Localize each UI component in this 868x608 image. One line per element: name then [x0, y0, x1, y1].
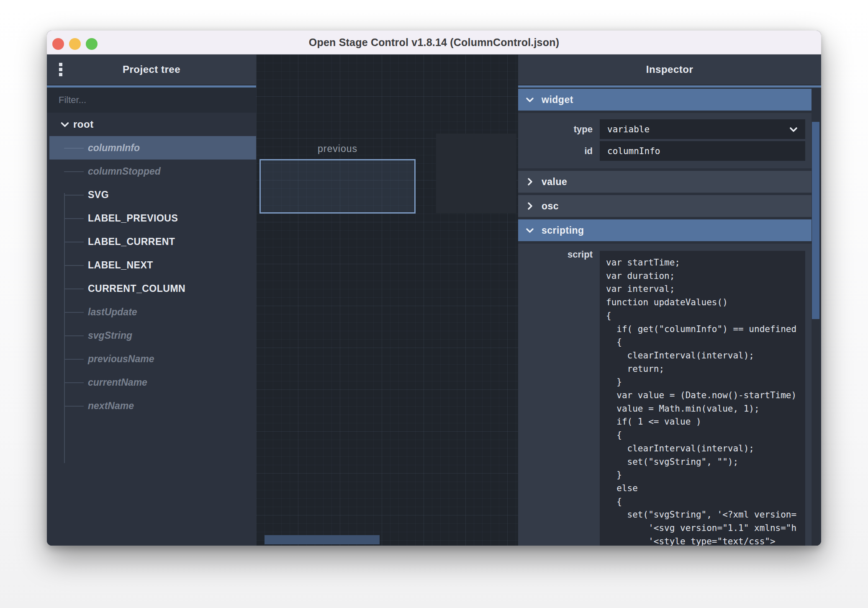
tree-item-label: SVG — [88, 189, 109, 201]
title-bar: Open Stage Control v1.8.14 (ColumnContro… — [47, 31, 821, 54]
tree-branch-line — [64, 289, 84, 289]
tree-branch-line — [64, 406, 84, 407]
id-field-row: id columnInfo — [518, 141, 812, 161]
type-select[interactable]: variable — [600, 119, 805, 139]
chevron-down-icon[interactable] — [59, 119, 70, 130]
tree-item-svgString[interactable]: svgString — [47, 324, 256, 347]
tree-item-label: LABEL_PREVIOUS — [88, 213, 178, 224]
type-field-row: type variable — [518, 119, 812, 139]
svg-widget-placeholder[interactable] — [436, 134, 516, 213]
inspector-scrollbar-track[interactable] — [812, 122, 819, 546]
tree-item-LABEL_CURRENT[interactable]: LABEL_CURRENT — [47, 230, 256, 253]
script-code: var startTime; var duration; var interva… — [606, 256, 805, 546]
tree-item-label: CURRENT_COLUMN — [88, 283, 185, 294]
project-tree-panel: Project tree root columnInfo — [47, 54, 256, 546]
type-value: variable — [607, 124, 650, 134]
tree-item-lastUpdate[interactable]: lastUpdate — [47, 300, 256, 324]
tree-item-label: columnInfo — [88, 142, 140, 154]
inspector-header: Inspector — [518, 54, 821, 85]
tree-item-label: previousName — [88, 353, 154, 365]
tree-item-label: svgString — [88, 330, 132, 341]
chevron-right-icon — [525, 201, 535, 211]
tree-branch-line — [64, 359, 84, 360]
selected-variable-widget[interactable] — [259, 159, 416, 214]
tree-item-label: currentName — [88, 377, 147, 388]
id-label: id — [518, 146, 593, 157]
type-label: type — [518, 124, 593, 135]
chevron-down-icon — [525, 95, 535, 105]
section-header-scripting[interactable]: scripting — [518, 219, 812, 241]
chevron-down-icon — [788, 124, 799, 134]
tree-item-label: nextName — [88, 400, 134, 412]
tree-item-currentName[interactable]: currentName — [47, 371, 256, 394]
app-window: Open Stage Control v1.8.14 (ColumnContro… — [47, 31, 821, 546]
tree-item-label: lastUpdate — [88, 307, 137, 318]
section-label: scripting — [542, 225, 584, 236]
tree-branch-line — [64, 171, 84, 172]
zoom-window-button[interactable] — [86, 38, 98, 50]
widget-label-previous: previous — [259, 143, 416, 157]
tree-branch-line — [64, 312, 84, 313]
tree-item-label: root — [73, 119, 94, 130]
tree-filter-row — [47, 88, 256, 113]
section-header-osc[interactable]: osc — [518, 195, 812, 217]
tree-branch-line — [64, 382, 84, 383]
inspector-header-underline — [518, 85, 821, 88]
id-input[interactable]: columnInfo — [600, 141, 805, 161]
project-tree-title: Project tree — [123, 64, 180, 75]
tree-item-label: columnStopped — [88, 166, 161, 177]
section-label: osc — [542, 201, 559, 212]
editor-canvas[interactable]: previous — [256, 54, 518, 546]
minimize-window-button[interactable] — [69, 38, 81, 50]
tree-branch-line — [64, 218, 84, 219]
window-title: Open Stage Control v1.8.14 (ColumnContro… — [309, 36, 559, 49]
tree-item-LABEL_NEXT[interactable]: LABEL_NEXT — [47, 253, 256, 277]
section-header-widget[interactable]: widget — [518, 89, 812, 111]
section-label: value — [542, 176, 567, 188]
section-label: widget — [542, 94, 573, 106]
tree-item-root[interactable]: root — [47, 113, 256, 136]
tree-branch-line — [64, 148, 84, 149]
tree-item-SVG[interactable]: SVG — [47, 183, 256, 206]
tree-item-columnInfo[interactable]: columnInfo — [49, 136, 256, 160]
tree-branch-line — [64, 195, 84, 196]
script-label: script — [518, 249, 593, 260]
tree-item-previousName[interactable]: previousName — [47, 347, 256, 371]
tree-item-nextName[interactable]: nextName — [47, 394, 256, 417]
canvas-horizontal-scrollbar[interactable] — [265, 535, 380, 544]
chevron-down-icon — [525, 225, 535, 235]
tree-item-LABEL_PREVIOUS[interactable]: LABEL_PREVIOUS — [47, 206, 256, 230]
section-header-value[interactable]: value — [518, 171, 812, 193]
id-value: columnInfo — [607, 146, 660, 156]
tree-filter-input[interactable] — [47, 88, 256, 113]
close-window-button[interactable] — [52, 38, 64, 50]
menu-kebab-icon[interactable] — [59, 63, 62, 76]
inspector-panel: Inspector widget type v — [518, 54, 821, 546]
inspector-title: Inspector — [646, 64, 693, 75]
traffic-lights — [52, 38, 98, 50]
tree-item-CURRENT_COLUMN[interactable]: CURRENT_COLUMN — [47, 277, 256, 300]
script-editor[interactable]: var startTime; var duration; var interva… — [600, 251, 805, 546]
project-tree-header-underline — [47, 85, 256, 88]
tree-item-label: LABEL_CURRENT — [88, 236, 175, 247]
tree-item-label: LABEL_NEXT — [88, 260, 153, 271]
inspector-scrollbar-thumb[interactable] — [812, 122, 819, 319]
tree-branch-line — [64, 265, 84, 266]
scripting-section-content: script var startTime; var duration; var … — [518, 244, 812, 546]
project-tree: root columnInfo columnStopped SVG LABEL_… — [47, 113, 256, 417]
tree-branch-line — [64, 335, 84, 336]
widget-section-content: type variable id columnInfo — [518, 113, 812, 168]
project-tree-header: Project tree — [47, 54, 256, 85]
tree-branch-line — [64, 242, 84, 242]
chevron-right-icon — [525, 177, 535, 187]
inspector-body: widget type variable — [518, 88, 821, 546]
tree-item-columnStopped[interactable]: columnStopped — [47, 160, 256, 183]
